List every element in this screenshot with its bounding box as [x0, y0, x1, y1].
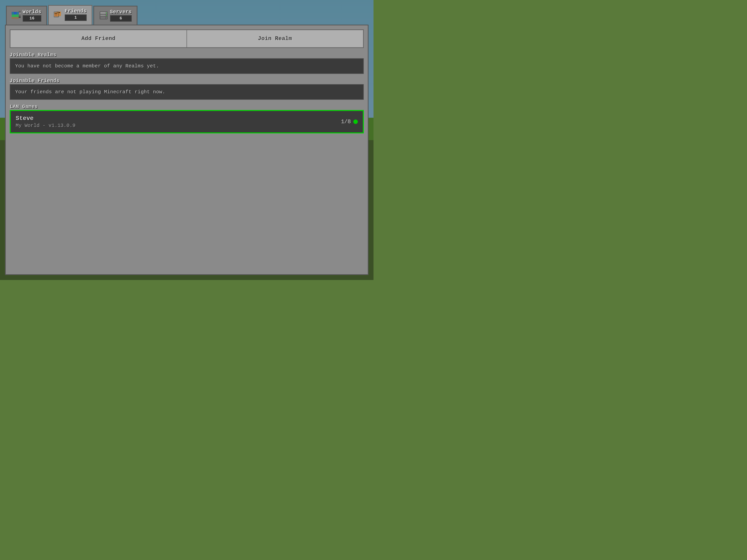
servers-tab-badge: 6 [110, 15, 132, 22]
servers-icon-svg [99, 11, 108, 20]
svg-rect-3 [12, 17, 19, 19]
svg-rect-25 [106, 15, 107, 16]
friends-icon [54, 10, 63, 19]
lan-games-section: LAN Games Steve My World - v1.13.0.9 1/8 [10, 103, 364, 133]
friends-tab-label: Friends [65, 8, 87, 14]
lan-game-entry[interactable]: Steve My World - v1.13.0.9 1/8 [10, 110, 364, 133]
svg-rect-7 [19, 11, 21, 12]
svg-rect-17 [56, 13, 57, 14]
lan-game-player-count: 1/8 [341, 119, 351, 125]
svg-rect-4 [12, 12, 14, 14]
world-cube-svg [12, 11, 21, 20]
servers-icon [99, 11, 108, 20]
lan-games-header: LAN Games [10, 103, 364, 110]
join-realm-button[interactable]: Join Realm [187, 29, 364, 48]
svg-rect-13 [59, 12, 60, 13]
tab-worlds[interactable]: Worlds 16 [6, 6, 47, 25]
joinable-realms-header: Joinable Realms [10, 51, 364, 58]
joinable-friends-section: Joinable Friends Your friends are not pl… [10, 77, 364, 100]
joinable-friends-header: Joinable Friends [10, 77, 364, 84]
lan-game-status: 1/8 [341, 119, 358, 125]
svg-rect-10 [19, 17, 21, 18]
main-container: Worlds 16 [5, 5, 368, 275]
friends-tab-badge: 1 [65, 15, 87, 21]
tab-friends[interactable]: Friends 1 [48, 5, 93, 25]
content-panel: Add Friend Join Realm Joinable Realms Yo… [5, 25, 368, 275]
svg-rect-27 [101, 12, 105, 14]
svg-rect-16 [55, 13, 56, 14]
bottom-spacer [10, 136, 364, 270]
svg-rect-9 [19, 15, 21, 17]
svg-rect-26 [106, 18, 107, 19]
svg-rect-2 [12, 15, 19, 17]
tab-servers[interactable]: Servers 6 [93, 6, 138, 25]
svg-rect-15 [54, 12, 58, 17]
lan-game-player-name: Steve [16, 115, 75, 122]
joinable-friends-message: Your friends are not playing Minecraft r… [10, 84, 364, 100]
svg-rect-29 [101, 17, 105, 19]
world-icon [12, 11, 21, 20]
svg-rect-5 [14, 13, 16, 15]
friends-icon-svg [54, 10, 63, 19]
svg-rect-8 [19, 12, 21, 15]
svg-rect-28 [101, 15, 105, 16]
svg-rect-24 [106, 13, 107, 14]
worlds-tab-badge: 16 [23, 15, 41, 22]
add-friend-button[interactable]: Add Friend [10, 29, 187, 48]
svg-rect-18 [55, 15, 57, 16]
joinable-realms-section: Joinable Realms You have not become a me… [10, 51, 364, 74]
svg-rect-6 [17, 12, 18, 14]
action-buttons-row: Add Friend Join Realm [10, 29, 364, 48]
worlds-tab-label: Worlds [23, 9, 41, 15]
servers-tab-label: Servers [110, 9, 132, 15]
joinable-realms-message: You have not become a member of any Real… [10, 58, 364, 74]
lan-game-world-name: My World - v1.13.0.9 [16, 123, 75, 128]
lan-game-info: Steve My World - v1.13.0.9 [16, 115, 75, 128]
tab-bar: Worlds 16 [5, 5, 368, 25]
online-indicator [353, 119, 358, 124]
